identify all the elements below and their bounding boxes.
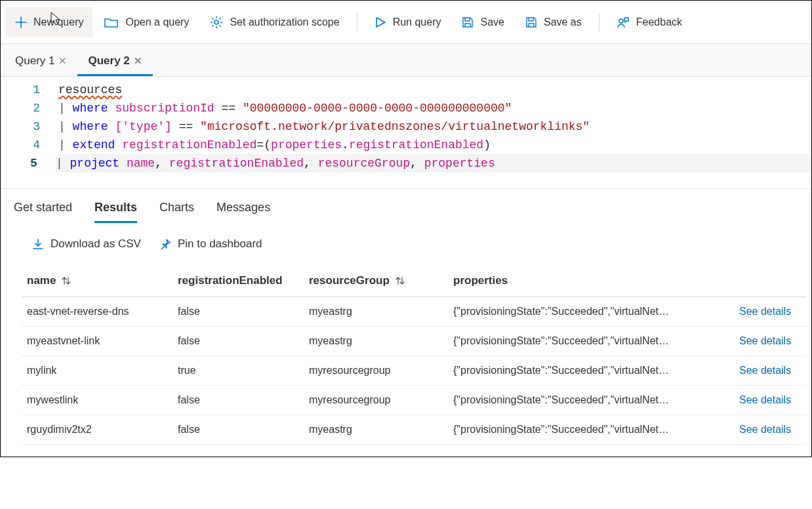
query-tab-2[interactable]: Query 2 ✕: [77, 47, 152, 76]
open-query-label: Open a query: [125, 16, 189, 28]
download-icon: [32, 238, 44, 250]
pin-icon: [159, 238, 171, 250]
query-tab-1[interactable]: Query 1 ✕: [5, 47, 77, 76]
run-query-label: Run query: [393, 16, 441, 28]
new-query-button[interactable]: New query: [6, 7, 92, 37]
tab-messages[interactable]: Messages: [216, 201, 270, 223]
see-details-link[interactable]: See details: [739, 394, 791, 405]
save-as-button[interactable]: Save as: [516, 7, 591, 37]
token-resources: resources: [58, 83, 122, 96]
cell-registration: true: [173, 356, 304, 386]
cell-registration: false: [173, 386, 304, 415]
close-icon[interactable]: ✕: [58, 55, 67, 67]
save-icon: [462, 16, 474, 28]
line-number: 2: [1, 99, 58, 117]
cell-registration: false: [173, 415, 304, 445]
code-editor[interactable]: 1 resources 2 | where subscriptionId == …: [1, 77, 811, 189]
result-tabs: Get started Results Charts Messages: [1, 189, 811, 223]
table-row[interactable]: mywestlinkfalsemyresourcegroup{"provisio…: [22, 386, 806, 415]
cell-name: mywestlink: [22, 386, 173, 415]
cell-name: rguydimiv2tx2: [22, 415, 173, 445]
toolbar: New query Open a query Set authorization…: [1, 1, 811, 44]
svg-point-1: [619, 19, 623, 23]
cell-name: mylink: [22, 356, 173, 386]
tab-results[interactable]: Results: [94, 201, 137, 223]
auth-scope-label: Set authorization scope: [230, 16, 339, 28]
sort-icon[interactable]: [394, 276, 407, 285]
line-number: 3: [1, 117, 58, 136]
cell-properties: {"provisioningState":"Succeeded","virtua…: [448, 327, 734, 356]
auth-scope-button[interactable]: Set authorization scope: [201, 7, 348, 37]
run-query-button[interactable]: Run query: [365, 7, 451, 37]
cell-resourcegroup: myresourcegroup: [304, 356, 448, 386]
toolbar-separator: [357, 13, 357, 31]
col-header-properties[interactable]: properties: [448, 266, 734, 297]
cell-name: myeastvnet-link: [22, 327, 173, 356]
line-number: 1: [1, 81, 58, 99]
table-header-row: name registrationEnabled resourceGroup p…: [22, 266, 806, 297]
svg-point-0: [214, 20, 218, 24]
person-feedback-icon: [617, 16, 630, 29]
query-tab-1-label: Query 1: [15, 54, 54, 68]
cell-resourcegroup: myresourcegroup: [304, 386, 448, 415]
tab-get-started[interactable]: Get started: [14, 201, 72, 223]
play-icon: [375, 16, 386, 28]
query-tab-2-label: Query 2: [88, 54, 129, 68]
col-header-registration[interactable]: registrationEnabled: [173, 266, 304, 297]
open-query-button[interactable]: Open a query: [95, 7, 198, 37]
close-icon[interactable]: ✕: [134, 55, 142, 67]
plus-icon: [15, 16, 27, 28]
folder-open-icon: [104, 16, 119, 28]
tab-charts[interactable]: Charts: [159, 201, 194, 223]
cell-properties: {"provisioningState":"Succeeded","virtua…: [448, 415, 734, 445]
gear-icon: [210, 16, 223, 29]
cell-registration: false: [173, 297, 304, 327]
save-as-icon: [525, 16, 537, 28]
table-row[interactable]: mylinktruemyresourcegroup{"provisioningS…: [22, 356, 806, 386]
save-button[interactable]: Save: [453, 7, 513, 37]
cell-properties: {"provisioningState":"Succeeded","virtua…: [448, 356, 734, 386]
col-header-name[interactable]: name: [22, 266, 173, 297]
save-label: Save: [480, 16, 504, 28]
cell-properties: {"provisioningState":"Succeeded","virtua…: [448, 297, 734, 327]
pin-dashboard-button[interactable]: Pin to dashboard: [159, 237, 262, 251]
line-number: 5: [1, 154, 56, 173]
cell-name: east-vnet-reverse-dns: [22, 297, 173, 327]
see-details-link[interactable]: See details: [739, 424, 791, 435]
download-csv-button[interactable]: Download as CSV: [32, 237, 141, 251]
cell-properties: {"provisioningState":"Succeeded","virtua…: [448, 386, 734, 415]
feedback-label: Feedback: [636, 16, 682, 28]
query-tabs: Query 1 ✕ Query 2 ✕: [1, 44, 811, 77]
cell-resourcegroup: myeastrg: [304, 327, 448, 356]
table-row[interactable]: rguydimiv2tx2falsemyeastrg{"provisioning…: [22, 415, 806, 445]
table-row[interactable]: east-vnet-reverse-dnsfalsemyeastrg{"prov…: [22, 297, 806, 327]
save-as-label: Save as: [544, 16, 582, 28]
new-query-label: New query: [33, 16, 83, 28]
line-number: 4: [1, 136, 58, 154]
col-header-resourcegroup[interactable]: resourceGroup: [304, 266, 448, 297]
see-details-link[interactable]: See details: [739, 306, 791, 317]
cell-registration: false: [173, 327, 304, 356]
toolbar-separator-2: [599, 13, 599, 31]
results-table: name registrationEnabled resourceGroup p…: [22, 266, 806, 445]
cell-resourcegroup: myeastrg: [304, 415, 448, 445]
pin-dashboard-label: Pin to dashboard: [178, 237, 262, 251]
feedback-button[interactable]: Feedback: [607, 7, 691, 37]
cell-resourcegroup: myeastrg: [304, 297, 448, 327]
table-row[interactable]: myeastvnet-linkfalsemyeastrg{"provisioni…: [22, 327, 806, 356]
result-actions: Download as CSV Pin to dashboard: [1, 223, 811, 260]
see-details-link[interactable]: See details: [739, 335, 791, 346]
download-csv-label: Download as CSV: [51, 237, 141, 251]
see-details-link[interactable]: See details: [739, 365, 791, 376]
sort-icon[interactable]: [60, 276, 73, 285]
